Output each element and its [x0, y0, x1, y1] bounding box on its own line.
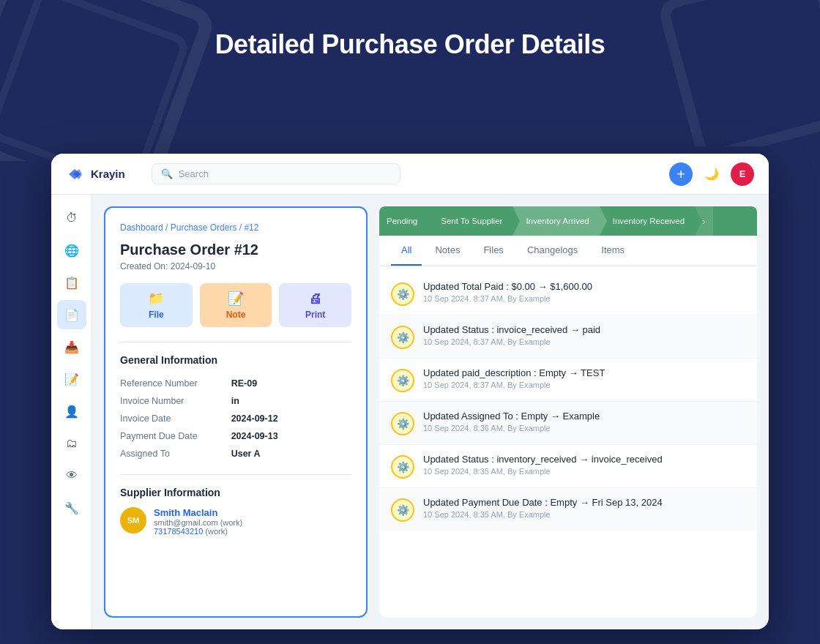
field-label: Invoice Number	[120, 392, 231, 410]
content-area: ⏱ 🌐 📋 📄 📥 📝 👤 🗂 👁 🔧 Dashboard / Purchase…	[51, 195, 769, 629]
status-pending-label: Pending	[387, 217, 417, 225]
sidebar-item-globe[interactable]: 🌐	[57, 236, 86, 265]
changelog-title-6: Updated Payment Due Date : Empty → Fri S…	[423, 497, 745, 508]
field-label: Invoice Date	[120, 410, 231, 427]
changelog-meta-6: 10 Sep 2024, 8:35 AM, By Example	[423, 510, 745, 519]
logo-icon	[66, 166, 86, 182]
changelog-item-6: ⚙️ Updated Payment Due Date : Empty → Fr…	[379, 488, 757, 531]
sidebar-item-clipboard[interactable]: 📋	[57, 268, 86, 297]
po-title: Purchase Order #12	[120, 242, 351, 258]
supplier-info: Smith Maclain smith@gmail.com (work) 731…	[154, 507, 351, 536]
changelog-title-3: Updated paid_description : Empty → TEST	[423, 367, 745, 378]
changelog-item-5: ⚙️ Updated Status : inventory_received →…	[379, 445, 757, 488]
changelog-item-3: ⚙️ Updated paid_description : Empty → TE…	[379, 359, 757, 402]
changelog-title-1: Updated Total Paid : $0.00 → $1,600.00	[423, 281, 745, 292]
app-container: Krayin 🔍 Search + 🌙 E ⏱ 🌐 📋 📄 📥 📝 👤 🗂 👁 …	[51, 154, 769, 629]
supplier-avatar: SM	[120, 507, 146, 533]
status-step-sent[interactable]: Sent To Supplier	[428, 206, 512, 236]
breadcrumb: Dashboard / Purchase Orders / #12	[120, 222, 351, 233]
field-value: RE-09	[231, 375, 351, 392]
changelog-title-5: Updated Status : inventory_received → in…	[423, 454, 745, 465]
supplier-phone: 73178543210 (work)	[154, 527, 351, 536]
note-button[interactable]: 📝 Note	[200, 283, 272, 327]
changelog-icon-2: ⚙️	[391, 326, 414, 349]
field-value: in	[231, 392, 351, 410]
divider-2	[120, 474, 351, 475]
changelog-title-2: Updated Status : invoice_received → paid	[423, 324, 745, 335]
search-placeholder: Search	[179, 168, 209, 179]
sidebar-item-monitor[interactable]: 👁	[57, 461, 86, 490]
supplier-title: Supplier Information	[120, 487, 351, 498]
changelog-item-2: ⚙️ Updated Status : invoice_received → p…	[379, 315, 757, 359]
changelog-icon-4: ⚙️	[391, 412, 414, 435]
note-icon: 📝	[228, 291, 244, 307]
changelog-title-4: Updated Assigned To : Empty → Example	[423, 411, 745, 422]
changelog-icon-3: ⚙️	[391, 369, 414, 392]
sidebar-item-archive[interactable]: 🗂	[57, 429, 86, 458]
changelog-content-5: Updated Status : inventory_received → in…	[423, 454, 745, 476]
tab-all[interactable]: All	[391, 236, 422, 266]
page-title-area: Detailed Purchase Order Details	[0, 0, 820, 82]
navbar: Krayin 🔍 Search + 🌙 E	[51, 154, 769, 195]
po-card-inner: Dashboard / Purchase Orders / #12 Purcha…	[105, 208, 366, 616]
field-label: Reference Number	[120, 375, 231, 392]
changelog-meta-2: 10 Sep 2024, 8:37 AM, By Example	[423, 337, 745, 346]
supplier-email: smith@gmail.com (work)	[154, 518, 351, 527]
changelog-item-4: ⚙️ Updated Assigned To : Empty → Example…	[379, 402, 757, 445]
changelog-icon-5: ⚙️	[391, 455, 414, 479]
status-arrived-label: Inventory Arrived	[526, 217, 589, 225]
changelog-icon-1: ⚙️	[391, 282, 414, 306]
po-created: Created On: 2024-09-10	[120, 261, 351, 272]
file-icon: 📁	[148, 291, 164, 307]
sidebar-item-timer[interactable]: ⏱	[57, 203, 86, 233]
status-pipeline: Pending Sent To Supplier Inventory Arriv…	[379, 206, 757, 236]
changelog-meta-1: 10 Sep 2024, 8:37 AM, By Example	[423, 294, 745, 303]
tab-items[interactable]: Items	[591, 236, 635, 266]
sidebar-item-list[interactable]: 📝	[57, 364, 86, 394]
divider-1	[120, 342, 351, 342]
main-panel: Dashboard / Purchase Orders / #12 Purcha…	[92, 195, 769, 629]
tab-changelogs[interactable]: Changelogs	[517, 236, 588, 266]
add-button[interactable]: +	[669, 162, 693, 186]
sidebar-item-purchase-orders[interactable]: 📄	[57, 300, 86, 329]
search-bar[interactable]: 🔍 Search	[152, 163, 400, 184]
field-value: 2024-09-13	[231, 427, 351, 445]
status-step-received[interactable]: Inventory Received	[600, 206, 695, 236]
supplier-phone-type: (work)	[205, 527, 228, 536]
status-sent-label: Sent To Supplier	[441, 217, 502, 225]
status-step-arrived[interactable]: Inventory Arrived	[512, 206, 599, 236]
changelog-content-3: Updated paid_description : Empty → TEST …	[423, 367, 745, 389]
field-value: 2024-09-12	[231, 410, 351, 427]
created-label: Created On:	[120, 261, 168, 272]
tabs-header: All Notes Files Changelogs Items	[379, 236, 757, 266]
changelog-content-2: Updated Status : invoice_received → paid…	[423, 324, 745, 346]
sidebar: ⏱ 🌐 📋 📄 📥 📝 👤 🗂 👁 🔧	[51, 195, 92, 629]
supplier-phone-text: 73178543210	[154, 527, 203, 536]
changelog-item-1: ⚙️ Updated Total Paid : $0.00 → $1,600.0…	[379, 272, 757, 315]
sidebar-item-settings[interactable]: 🔧	[57, 493, 86, 523]
changelog-content-4: Updated Assigned To : Empty → Example 10…	[423, 411, 745, 433]
table-row: Assigned To User A	[120, 445, 351, 463]
supplier-email-text: smith@gmail.com	[154, 518, 218, 527]
right-panel: Pending Sent To Supplier Inventory Arriv…	[379, 206, 757, 618]
supplier-name: Smith Maclain	[154, 507, 351, 518]
theme-toggle-button[interactable]: 🌙	[700, 162, 723, 186]
status-overflow-icon: ›	[702, 216, 705, 227]
sidebar-item-contacts[interactable]: 👤	[57, 397, 86, 426]
file-button[interactable]: 📁 File	[120, 283, 193, 327]
tab-notes[interactable]: Notes	[425, 236, 470, 266]
action-buttons: 📁 File 📝 Note 🖨 Print	[120, 283, 351, 327]
po-card: Dashboard / Purchase Orders / #12 Purcha…	[104, 206, 368, 618]
tabs-panel: All Notes Files Changelogs Items ⚙️ Upda…	[379, 236, 757, 618]
changelog-content-6: Updated Payment Due Date : Empty → Fri S…	[423, 497, 745, 519]
field-value: User A	[231, 445, 351, 463]
status-received-label: Inventory Received	[613, 217, 685, 225]
note-label: Note	[226, 310, 246, 320]
user-avatar[interactable]: E	[731, 162, 754, 186]
tab-files[interactable]: Files	[473, 236, 513, 266]
print-button[interactable]: 🖨 Print	[279, 283, 351, 327]
sidebar-item-inbox[interactable]: 📥	[57, 332, 86, 362]
general-info-title: General Information	[120, 354, 351, 366]
status-step-pending[interactable]: Pending	[379, 206, 428, 236]
print-label: Print	[305, 310, 325, 320]
